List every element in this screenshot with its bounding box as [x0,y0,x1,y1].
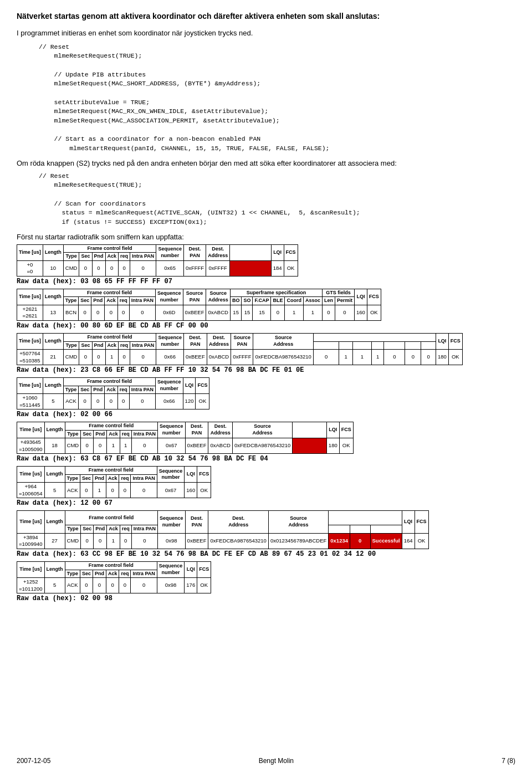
th-frame-control: Frame control field [63,377,155,386]
td-intra: 0 [129,305,155,321]
th-pnd: Pnd [94,525,107,534]
th-frame-control: Frame control field [63,333,156,341]
td-length: 21 [43,350,63,365]
th-src-pan: SourcePAN [183,289,206,305]
th-seq: Sequencenumber [156,244,184,260]
th-dest-addr: Dest.Address [207,333,231,349]
td-pnd: 0 [92,261,105,277]
td-fcs: OK [339,438,353,454]
td-pnd: 0 [93,578,106,593]
td-ack: 0 [105,394,118,409]
td-type: CMD [63,261,79,277]
td-fcs: OK [284,261,298,277]
th-time: Time [us] [17,511,45,534]
td-type: CMD [63,350,79,365]
td-type: ACK [65,578,80,593]
td-successful: Successful [370,534,402,549]
th-ack: Ack [107,525,120,534]
td-time: +507764=510385 [17,350,43,365]
td-time: +1060=511445 [17,394,43,409]
th-intra: Intra PAN [131,474,157,483]
th-sec: Sec [80,474,93,483]
th-gts: GTS fields [322,289,354,297]
td-lqi: 160 [354,305,367,321]
raw-data-2: Raw data (hex): 00 80 6D EF BE CD AB FF … [17,322,515,330]
td-ack: 1 [107,534,120,549]
th-seq: Sequencenumber [157,467,185,483]
td-sec: 0 [79,394,91,409]
th-assoc-req: Association request [313,333,436,341]
td-intra: 0 [130,261,156,277]
th-sec: Sec [79,253,92,261]
th-type: Type [65,430,81,438]
th-ack: Ack [106,570,119,578]
th-pnd: Pnd [93,474,106,483]
raw-data-5: Raw data (hex): 63 C8 67 EF BE CD AB 10 … [17,455,515,463]
td-ffd: 1 [339,350,353,365]
th-frame-control: Frame control field [63,244,156,253]
td-assoc: 1 [303,305,322,321]
th-lqi: LQI [436,333,448,349]
td-src-addr: 0xABCD [206,305,230,321]
td-short-addr: 0x1234 [329,534,350,549]
th-gts-len: Len [322,297,335,305]
th-src-addr: SourceAddress [232,422,292,438]
th-power: Power [352,341,371,350]
raw-data-3: Raw data (hex): 23 C8 66 EF BE CD AB FF … [17,366,515,374]
th-lqi: LQI [402,511,415,534]
td-time: +1252=1011200 [17,578,45,593]
th-req: req [119,341,130,350]
td-src-pan: 0xFFFF [231,350,253,365]
th-dest-pan: Dest.PAN [185,511,208,534]
th-frame-control: Frame control field [65,561,157,570]
raw-data-7: Raw data (hex): 63 CC 98 EF BE 10 32 54 … [17,550,515,558]
td-idle: 1 [371,350,384,365]
td-intra: 0 [131,578,157,593]
td-req: 0 [119,350,130,365]
td-so: 15 [242,305,253,321]
th-fcs: FCS [196,377,209,393]
th-sec: Sec [81,430,94,438]
td-time: +964=1006054 [17,483,45,498]
th-ack: Ack [105,386,118,394]
th-req: req [117,386,129,394]
th-length: Length [44,511,65,534]
th-dest-addr: Dest.Address [206,244,230,260]
packet-2: Time [us] Length Frame control field Seq… [17,289,515,330]
td-seq: 0x66 [156,394,183,409]
th-req: req [119,570,131,578]
td-intra: 0 [131,483,157,498]
code-block-2: // Reset mlmeResetRequest(TRUE); // Scan… [39,172,515,227]
th-fcs: FCS [448,333,462,349]
th-lqi: LQI [271,244,284,260]
td-sec: 0 [81,438,94,454]
th-intra: Intra PAN [131,430,157,438]
td-dest-addr: 0xABCD [207,350,231,365]
th-intra: Intra PAN [131,570,157,578]
th-rx-sec: RX Sec [384,341,405,350]
td-dest-pan: 0xBEEF [185,438,208,454]
th-ack: Ack [105,341,119,350]
th-sec: Sec [79,341,92,350]
th-fcs: FCS [197,561,211,577]
td-seq: 0x6D [156,305,183,321]
footer-author: Bengt Molin [259,757,294,765]
th-req: req [119,474,131,483]
th-seq: Sequencenumber [158,422,186,438]
th-dest-pan: Dest.PAN [183,244,206,260]
td-seq: 0x67 [158,438,186,454]
td-fcs: OK [367,305,381,321]
th-fcs: FCS [339,422,353,438]
td-fcs: OK [196,394,209,409]
td-req: 0 [120,534,131,549]
th-coord: Coord [285,297,304,305]
th-req: req [120,430,131,438]
th-intra: Intra PAN [129,297,155,305]
td-beacon-req [230,261,272,277]
packet-5: Time [us] Length Frame control field Seq… [17,422,515,463]
td-lqi: 160 [185,483,197,498]
section3-text: Först nu startar radiotrafik som sniffer… [17,233,515,241]
th-fcap: F.CAP [253,297,271,305]
footer-date: 2007-12-05 [17,757,50,765]
th-intra: Intra PAN [131,525,157,534]
